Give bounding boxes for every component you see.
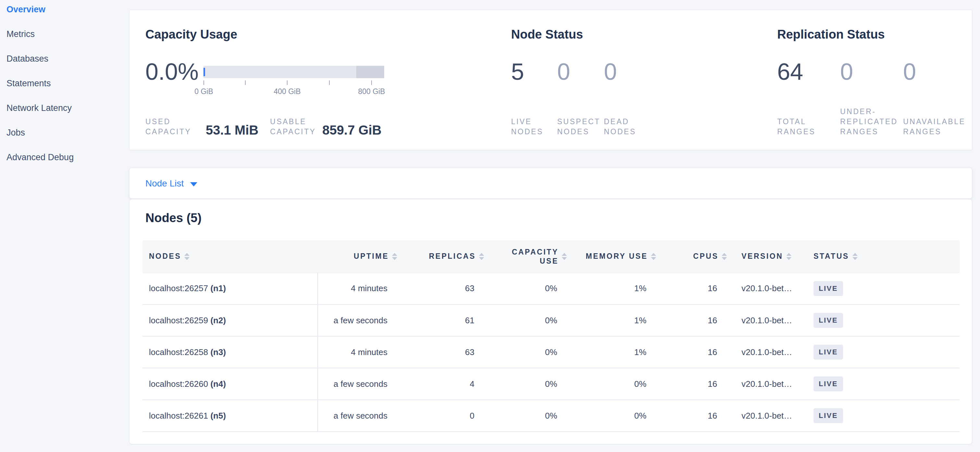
live-nodes-count: 5 bbox=[511, 59, 524, 85]
memory-use-cell: 0% bbox=[567, 368, 656, 400]
capacity-use-cell: 0% bbox=[484, 368, 567, 400]
total-ranges-count: 64 bbox=[777, 59, 803, 85]
uptime-cell: 4 minutes bbox=[318, 273, 397, 305]
capacity-gauge bbox=[204, 66, 384, 78]
under-replicated-ranges-label: UNDER- REPLICATED RANGES bbox=[840, 107, 898, 137]
table-row: localhost:26258 (n3) 4 minutes 63 0% 1% … bbox=[142, 336, 959, 368]
node-address-link[interactable]: localhost:26258 bbox=[149, 347, 208, 357]
node-list-dropdown[interactable]: Node List bbox=[145, 168, 197, 199]
sort-icon bbox=[392, 253, 397, 260]
node-id: (n4) bbox=[210, 379, 226, 389]
cluster-summary-card: Capacity Usage 0.0% 0 GiB 400 GiB 800 Gi… bbox=[129, 10, 972, 150]
gauge-tick bbox=[245, 81, 246, 85]
column-header-memory-use[interactable]: MEMORY USE bbox=[567, 240, 656, 273]
capacity-use-cell: 0% bbox=[484, 305, 567, 336]
uptime-cell: a few seconds bbox=[318, 368, 397, 400]
column-header-replicas[interactable]: REPLICAS bbox=[397, 240, 484, 273]
column-header-status[interactable]: STATUS bbox=[799, 240, 959, 273]
status-badge: LIVE bbox=[813, 376, 843, 392]
sidebar-item-metrics[interactable]: Metrics bbox=[6, 27, 129, 41]
memory-use-cell: 0% bbox=[567, 400, 656, 431]
gauge-tick bbox=[287, 81, 288, 85]
table-row: localhost:26259 (n2) a few seconds 61 0%… bbox=[142, 305, 959, 336]
sidebar-item-overview[interactable]: Overview bbox=[6, 3, 129, 16]
gauge-tick-label: 800 GiB bbox=[358, 87, 385, 96]
sort-icon bbox=[651, 253, 656, 260]
capacity-stats: USED CAPACITY 53.1 MiB USABLE CAPACITY 8… bbox=[145, 117, 393, 137]
total-ranges-label: TOTAL RANGES bbox=[777, 117, 816, 137]
table-row: localhost:26261 (n5) a few seconds 0 0% … bbox=[142, 400, 959, 431]
capacity-usage-percent: 0.0% bbox=[145, 59, 199, 85]
cpus-cell: 16 bbox=[656, 336, 727, 368]
memory-use-cell: 1% bbox=[567, 305, 656, 336]
live-nodes-label: LIVE NODES bbox=[511, 117, 543, 137]
capacity-use-cell: 0% bbox=[484, 400, 567, 431]
gauge-tick bbox=[371, 81, 372, 85]
suspect-nodes-count: 0 bbox=[557, 59, 570, 85]
version-cell: v20.1.0-bet… bbox=[727, 305, 799, 336]
column-label: REPLICAS bbox=[429, 252, 476, 261]
sidebar-item-jobs[interactable]: Jobs bbox=[6, 126, 129, 139]
gauge-tick-label: 0 GiB bbox=[194, 87, 213, 96]
column-header-capacity-use[interactable]: CAPACITY USE bbox=[484, 240, 567, 273]
node-id: (n5) bbox=[210, 411, 226, 420]
node-address-link[interactable]: localhost:26259 bbox=[149, 316, 208, 325]
column-header-version[interactable]: VERSION bbox=[727, 240, 799, 273]
replicas-cell: 61 bbox=[397, 305, 484, 336]
node-status-title: Node Status bbox=[511, 27, 583, 41]
column-label: STATUS bbox=[813, 252, 849, 261]
unavailable-ranges-count: 0 bbox=[903, 59, 916, 85]
dead-nodes-count: 0 bbox=[604, 59, 617, 85]
sort-icon bbox=[562, 253, 567, 260]
sort-icon bbox=[853, 253, 858, 260]
nodes-table-card: Nodes (5) NODES UPTIME REPLICAS CAPACITY… bbox=[129, 199, 972, 444]
node-address-link[interactable]: localhost:26261 bbox=[149, 411, 208, 420]
node-id: (n1) bbox=[210, 283, 226, 293]
table-row: localhost:26257 (n1) 4 minutes 63 0% 1% … bbox=[142, 273, 959, 305]
used-capacity-label: USED CAPACITY bbox=[145, 117, 204, 137]
unavailable-ranges-label: UNAVAILABLE RANGES bbox=[903, 117, 966, 137]
column-label: CPUS bbox=[693, 252, 718, 261]
usable-capacity-label: USABLE CAPACITY bbox=[270, 117, 320, 137]
sidebar-item-databases[interactable]: Databases bbox=[6, 52, 129, 65]
capacity-usage-title: Capacity Usage bbox=[145, 27, 237, 41]
column-label: CAPACITY USE bbox=[510, 247, 558, 266]
version-cell: v20.1.0-bet… bbox=[727, 368, 799, 400]
column-label: MEMORY USE bbox=[586, 252, 648, 261]
replication-status-title: Replication Status bbox=[777, 27, 885, 41]
status-badge: LIVE bbox=[813, 408, 843, 423]
version-cell: v20.1.0-bet… bbox=[727, 273, 799, 305]
version-cell: v20.1.0-bet… bbox=[727, 400, 799, 431]
sidebar-item-network-latency[interactable]: Network Latency bbox=[6, 102, 129, 114]
column-label: UPTIME bbox=[354, 252, 389, 261]
node-address-link[interactable]: localhost:26260 bbox=[149, 379, 208, 389]
column-label: NODES bbox=[149, 252, 181, 261]
sort-icon bbox=[722, 253, 727, 260]
column-label: VERSION bbox=[741, 252, 783, 261]
column-header-uptime[interactable]: UPTIME bbox=[318, 240, 397, 273]
table-header-row: NODES UPTIME REPLICAS CAPACITY USE MEMOR… bbox=[142, 240, 959, 273]
capacity-use-cell: 0% bbox=[484, 336, 567, 368]
gauge-tick bbox=[329, 81, 330, 85]
uptime-cell: a few seconds bbox=[318, 400, 397, 431]
view-selector-card: Node List bbox=[129, 168, 972, 199]
memory-use-cell: 1% bbox=[567, 273, 656, 305]
dead-nodes-label: DEAD NODES bbox=[604, 117, 636, 137]
column-header-nodes[interactable]: NODES bbox=[142, 240, 318, 273]
column-header-cpus[interactable]: CPUS bbox=[656, 240, 727, 273]
memory-use-cell: 1% bbox=[567, 336, 656, 368]
cpus-cell: 16 bbox=[656, 400, 727, 431]
replicas-cell: 63 bbox=[397, 336, 484, 368]
status-badge: LIVE bbox=[813, 281, 843, 296]
cpus-cell: 16 bbox=[656, 305, 727, 336]
node-address-link[interactable]: localhost:26257 bbox=[149, 283, 208, 293]
replicas-cell: 0 bbox=[397, 400, 484, 431]
sidebar-item-advanced-debug[interactable]: Advanced Debug bbox=[6, 151, 129, 164]
cpus-cell: 16 bbox=[656, 273, 727, 305]
sort-icon bbox=[479, 253, 484, 260]
under-replicated-ranges-count: 0 bbox=[840, 59, 853, 85]
sidebar-item-statements[interactable]: Statements bbox=[6, 77, 129, 90]
uptime-cell: 4 minutes bbox=[318, 336, 397, 368]
uptime-cell: a few seconds bbox=[318, 305, 397, 336]
node-id: (n2) bbox=[210, 316, 226, 325]
